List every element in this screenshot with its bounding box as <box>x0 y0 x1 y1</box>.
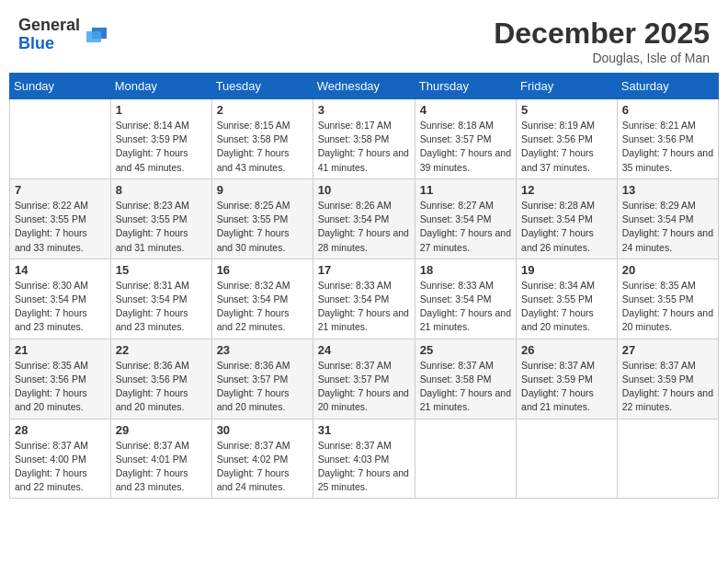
daylight-hours: Daylight: 7 hours and 43 minutes. <box>217 146 308 174</box>
sunset-time: Sunset: 4:00 PM <box>15 453 106 466</box>
daylight-hours: Daylight: 7 hours and 20 minutes. <box>622 306 713 334</box>
day-info: Sunrise: 8:14 AMSunset: 3:59 PMDaylight:… <box>116 119 207 175</box>
day-number: 22 <box>116 343 207 357</box>
day-info: Sunrise: 8:28 AMSunset: 3:54 PMDaylight:… <box>521 199 612 255</box>
daylight-hours: Daylight: 7 hours and 20 minutes. <box>116 386 207 414</box>
daylight-hours: Daylight: 7 hours and 22 minutes. <box>15 466 106 494</box>
calendar-week-2: 7Sunrise: 8:22 AMSunset: 3:55 PMDaylight… <box>10 178 719 259</box>
sunset-time: Sunset: 3:56 PM <box>116 373 207 386</box>
daylight-hours: Daylight: 7 hours and 20 minutes. <box>318 386 410 414</box>
calendar-cell: 10Sunrise: 8:26 AMSunset: 3:54 PMDayligh… <box>313 178 415 259</box>
calendar-cell: 7Sunrise: 8:22 AMSunset: 3:55 PMDaylight… <box>10 178 111 259</box>
day-info: Sunrise: 8:23 AMSunset: 3:55 PMDaylight:… <box>116 199 207 255</box>
sunset-time: Sunset: 3:55 PM <box>622 293 713 306</box>
weekday-header-wednesday: Wednesday <box>313 74 415 99</box>
day-info: Sunrise: 8:37 AMSunset: 3:58 PMDaylight:… <box>420 359 511 415</box>
day-number: 16 <box>217 263 308 277</box>
daylight-hours: Daylight: 7 hours and 26 minutes. <box>521 226 612 254</box>
sunrise-time: Sunrise: 8:32 AM <box>217 279 308 293</box>
day-number: 4 <box>420 103 511 117</box>
daylight-hours: Daylight: 7 hours and 24 minutes. <box>622 226 713 254</box>
sunrise-time: Sunrise: 8:33 AM <box>318 279 410 293</box>
weekday-header-thursday: Thursday <box>415 74 516 99</box>
calendar-cell <box>10 99 111 179</box>
day-number: 13 <box>622 183 713 197</box>
sunset-time: Sunset: 3:54 PM <box>420 293 511 306</box>
calendar-cell: 11Sunrise: 8:27 AMSunset: 3:54 PMDayligh… <box>415 178 516 259</box>
day-info: Sunrise: 8:25 AMSunset: 3:55 PMDaylight:… <box>217 199 308 255</box>
calendar-cell: 25Sunrise: 8:37 AMSunset: 3:58 PMDayligh… <box>415 339 516 419</box>
calendar-cell: 12Sunrise: 8:28 AMSunset: 3:54 PMDayligh… <box>517 178 618 259</box>
calendar-cell: 24Sunrise: 8:37 AMSunset: 3:57 PMDayligh… <box>313 339 415 419</box>
calendar-cell: 27Sunrise: 8:37 AMSunset: 3:59 PMDayligh… <box>617 339 718 419</box>
weekday-header-tuesday: Tuesday <box>211 74 313 99</box>
calendar-week-5: 28Sunrise: 8:37 AMSunset: 4:00 PMDayligh… <box>10 419 719 499</box>
day-number: 2 <box>217 103 308 117</box>
day-info: Sunrise: 8:29 AMSunset: 3:54 PMDaylight:… <box>622 199 713 255</box>
weekday-header-friday: Friday <box>517 74 618 99</box>
daylight-hours: Daylight: 7 hours and 21 minutes. <box>318 306 410 334</box>
day-info: Sunrise: 8:35 AMSunset: 3:56 PMDaylight:… <box>15 359 106 415</box>
sunset-time: Sunset: 4:01 PM <box>116 453 207 466</box>
day-info: Sunrise: 8:21 AMSunset: 3:56 PMDaylight:… <box>622 119 713 175</box>
calendar-cell: 30Sunrise: 8:37 AMSunset: 4:02 PMDayligh… <box>211 419 313 499</box>
calendar-cell: 14Sunrise: 8:30 AMSunset: 3:54 PMDayligh… <box>10 259 111 339</box>
calendar-cell: 29Sunrise: 8:37 AMSunset: 4:01 PMDayligh… <box>110 419 211 499</box>
sunrise-time: Sunrise: 8:21 AM <box>622 119 713 132</box>
calendar-cell: 23Sunrise: 8:36 AMSunset: 3:57 PMDayligh… <box>211 339 313 419</box>
sunset-time: Sunset: 3:59 PM <box>622 373 713 386</box>
month-title: December 2025 <box>494 17 710 51</box>
sunrise-time: Sunrise: 8:18 AM <box>420 119 511 132</box>
calendar-cell: 18Sunrise: 8:33 AMSunset: 3:54 PMDayligh… <box>415 259 516 339</box>
daylight-hours: Daylight: 7 hours and 21 minutes. <box>521 386 612 414</box>
title-block: December 2025 Douglas, Isle of Man <box>494 17 710 65</box>
day-number: 11 <box>420 183 511 197</box>
day-number: 1 <box>116 103 207 117</box>
logo-general: General <box>18 16 80 34</box>
daylight-hours: Daylight: 7 hours and 35 minutes. <box>622 146 713 174</box>
calendar-week-4: 21Sunrise: 8:35 AMSunset: 3:56 PMDayligh… <box>10 339 719 419</box>
sunrise-time: Sunrise: 8:17 AM <box>318 119 410 132</box>
calendar-cell: 21Sunrise: 8:35 AMSunset: 3:56 PMDayligh… <box>10 339 111 419</box>
daylight-hours: Daylight: 7 hours and 24 minutes. <box>217 466 308 494</box>
day-number: 26 <box>521 343 612 357</box>
day-info: Sunrise: 8:31 AMSunset: 3:54 PMDaylight:… <box>116 279 207 335</box>
sunrise-time: Sunrise: 8:37 AM <box>318 439 410 453</box>
day-info: Sunrise: 8:37 AMSunset: 4:02 PMDaylight:… <box>217 439 308 495</box>
sunset-time: Sunset: 3:57 PM <box>420 132 511 146</box>
day-number: 19 <box>521 263 612 277</box>
daylight-hours: Daylight: 7 hours and 20 minutes. <box>521 306 612 334</box>
sunset-time: Sunset: 3:54 PM <box>420 213 511 226</box>
sunset-time: Sunset: 4:03 PM <box>318 453 410 466</box>
sunrise-time: Sunrise: 8:37 AM <box>116 439 207 453</box>
sunrise-time: Sunrise: 8:25 AM <box>217 199 308 213</box>
day-number: 10 <box>318 183 410 197</box>
sunrise-time: Sunrise: 8:33 AM <box>420 279 511 293</box>
sunset-time: Sunset: 3:55 PM <box>217 213 308 226</box>
calendar-cell: 16Sunrise: 8:32 AMSunset: 3:54 PMDayligh… <box>211 259 313 339</box>
sunrise-time: Sunrise: 8:36 AM <box>217 359 308 373</box>
sunrise-time: Sunrise: 8:37 AM <box>217 439 308 453</box>
sunrise-time: Sunrise: 8:28 AM <box>521 199 612 213</box>
day-number: 9 <box>217 183 308 197</box>
calendar-cell: 15Sunrise: 8:31 AMSunset: 3:54 PMDayligh… <box>110 259 211 339</box>
logo-blue: Blue <box>18 34 54 52</box>
daylight-hours: Daylight: 7 hours and 45 minutes. <box>116 146 207 174</box>
daylight-hours: Daylight: 7 hours and 28 minutes. <box>318 226 410 254</box>
sunset-time: Sunset: 3:54 PM <box>15 293 106 306</box>
calendar-cell <box>617 419 718 499</box>
daylight-hours: Daylight: 7 hours and 20 minutes. <box>15 386 106 414</box>
day-info: Sunrise: 8:22 AMSunset: 3:55 PMDaylight:… <box>15 199 106 255</box>
day-number: 24 <box>318 343 410 357</box>
daylight-hours: Daylight: 7 hours and 21 minutes. <box>420 306 511 334</box>
day-number: 12 <box>521 183 612 197</box>
day-info: Sunrise: 8:33 AMSunset: 3:54 PMDaylight:… <box>420 279 511 335</box>
day-number: 27 <box>622 343 713 357</box>
location: Douglas, Isle of Man <box>494 51 710 65</box>
day-info: Sunrise: 8:30 AMSunset: 3:54 PMDaylight:… <box>15 279 106 335</box>
day-info: Sunrise: 8:35 AMSunset: 3:55 PMDaylight:… <box>622 279 713 335</box>
day-number: 20 <box>622 263 713 277</box>
sunrise-time: Sunrise: 8:35 AM <box>622 279 713 293</box>
logo-icon <box>83 22 108 48</box>
day-number: 18 <box>420 263 511 277</box>
